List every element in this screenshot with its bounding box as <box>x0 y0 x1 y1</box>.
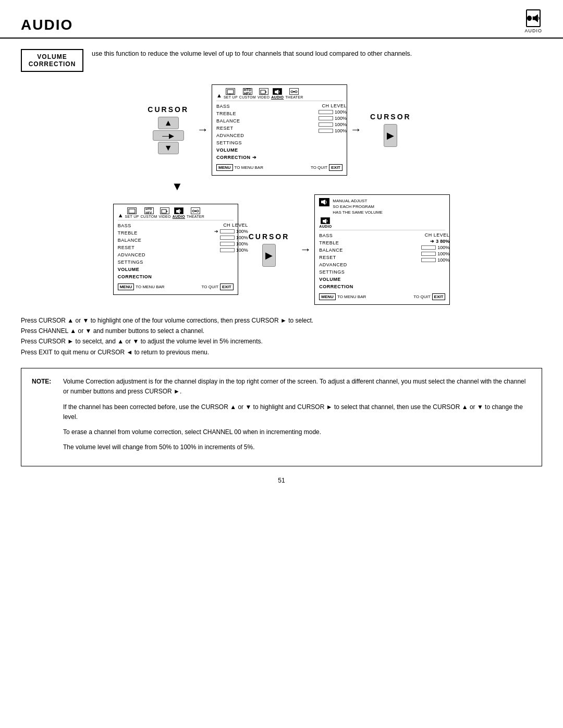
note-para-4: The volume level will change from 50% to… <box>63 442 531 452</box>
header-icon-area: AUDIO <box>524 9 542 33</box>
cursor-right-btn-bottom[interactable]: ▶ <box>262 244 276 267</box>
menu-btn-br[interactable]: MENU <box>319 293 336 300</box>
menu-btn-top[interactable]: MENU <box>216 164 233 171</box>
ico-tv-label: SET UP <box>224 95 238 99</box>
audio-icon <box>526 9 541 27</box>
header: AUDIO AUDIO <box>0 0 563 39</box>
svg-marker-16 <box>178 209 180 214</box>
level-val-4: 100% <box>335 128 347 133</box>
ch-level-row-1: 100% <box>279 109 347 115</box>
menu-volume-br: VOLUME <box>319 276 376 283</box>
ch-level-row-br-3: 100% <box>382 251 449 256</box>
level-bar-br-4 <box>421 258 436 262</box>
level-bar-bl-1 <box>220 229 235 233</box>
menu-advanced-bl: ADVANCED <box>118 252 175 259</box>
level-val-bl-2: 100% <box>236 235 248 240</box>
screen-content-bl: BASS TREBLE BALANCE RESET ADVANCED SETTI… <box>118 223 234 281</box>
ico-tv-label-bl: SET UP <box>125 215 139 218</box>
diagram-area: CURSOR ▲ —▶ ▼ → <box>21 84 542 305</box>
level-val-br-2: 100% <box>437 245 449 250</box>
exit-btn-bl[interactable]: EXIT <box>220 283 234 290</box>
menu-advanced: ADVANCED <box>216 132 274 140</box>
exit-btn-top[interactable]: EXIT <box>329 164 342 171</box>
svg-rect-5 <box>261 90 265 94</box>
ico-theater-label: THEATER <box>285 95 303 99</box>
video-shape-bl <box>160 207 169 214</box>
cursor-label-bottom: CURSOR <box>249 232 290 241</box>
footer-menu-label-br: TO MENU BAR <box>337 294 366 299</box>
tv-shape <box>226 88 235 95</box>
menu-bass-br: BASS <box>319 232 376 240</box>
page: AUDIO AUDIO VOLUME CORRECTION use this f… <box>0 0 563 728</box>
screen-menu-top: BASS TREBLE BALANCE RESET ADVANCED SETTI… <box>216 103 274 162</box>
vc-label-box: VOLUME CORRECTION <box>21 49 83 72</box>
ico-tv: SET UP <box>224 88 238 99</box>
note-row: NOTE: Volume Correction adjustment is fo… <box>32 377 531 397</box>
svg-rect-15 <box>176 210 178 213</box>
ico-custom-label: CUSTOM <box>239 95 256 99</box>
video-shape <box>259 88 268 95</box>
menu-btn-bl[interactable]: MENU <box>118 283 134 290</box>
screen-content-top: BASS TREBLE BALANCE RESET ADVANCED SETTI… <box>216 103 342 162</box>
screen-right-br: CH LEVEL ➔ 3 80% 100% <box>382 232 449 291</box>
ch-level-row-bl-4: 100% <box>180 248 248 253</box>
cursor-down-btn[interactable]: ▼ <box>158 142 179 154</box>
svg-rect-2 <box>227 90 234 94</box>
menu-balance-br: BALANCE <box>319 247 376 254</box>
menu-bass: BASS <box>216 103 274 110</box>
level-bar-br-3 <box>421 252 436 256</box>
top-right-cursor: CURSOR ▶ <box>370 113 411 147</box>
cursor-right-btn[interactable]: ▶ <box>384 124 397 147</box>
ch-level-row-2: 100% <box>279 116 347 121</box>
level-val-br-3: 100% <box>437 251 449 256</box>
manual-adjust-text: MANUAL ADJUST SO EACH PROGRAM HAS THE SA… <box>333 198 382 216</box>
cursor-horiz-btn[interactable]: —▶ <box>153 130 184 141</box>
ico-audio-br: AUDIO <box>319 217 332 228</box>
menu-treble-bl: TREBLE <box>118 230 175 237</box>
menu-correction-br: CORRECTION <box>319 283 376 291</box>
level-val-br-pct: 80% <box>440 239 449 244</box>
vc-label-line1: VOLUME <box>28 53 76 60</box>
screen-right-top: CH LEVEL 100% 100% 100% <box>279 103 347 162</box>
ico-custom-label-bl: CUSTOM <box>141 215 157 218</box>
instruction-1: Press CURSOR ▲ or ▼ to highlight one of … <box>21 315 542 326</box>
level-val-2: 100% <box>335 116 347 121</box>
ico-tv-bl: SET UP <box>125 207 139 218</box>
page-number: 51 <box>21 477 542 484</box>
screen-right-bl: CH LEVEL ➔ 100% 100% <box>180 223 248 281</box>
exit-btn-br[interactable]: EXIT <box>432 293 446 300</box>
screen-icon-row-br: AUDIO <box>319 217 445 230</box>
bottom-right-screen: MANUAL ADJUST SO EACH PROGRAM HAS THE SA… <box>314 194 450 305</box>
ch-level-label-top: CH LEVEL <box>279 103 347 108</box>
ch-level-row-bl-2: 100% <box>180 235 248 240</box>
audio-icon-br <box>319 198 329 206</box>
arrow-to-screen: → <box>197 123 209 137</box>
vc-description: use this function to reduce the volume l… <box>92 49 542 59</box>
footer-exit-label-top: TO QUIT <box>311 165 327 170</box>
cursor-up-btn[interactable]: ▲ <box>158 117 179 129</box>
ch-level-row-br-2: 100% <box>382 245 449 250</box>
theater-shape-bl <box>191 207 200 214</box>
svg-rect-13 <box>162 209 166 213</box>
bottom-center-cursor: CURSOR ▶ <box>249 232 290 267</box>
screen-menu-br: BASS TREBLE BALANCE RESET ADVANCED SETTI… <box>319 232 376 291</box>
ch-level-row-3: 100% <box>279 122 347 127</box>
ch-level-row-4: 100% <box>279 128 347 133</box>
svg-point-10 <box>295 91 297 93</box>
screen-footer-bl: MENU TO MENU BAR TO QUIT EXIT <box>118 283 234 290</box>
ico-custom: HTDHFV CUSTOM <box>239 88 256 99</box>
ico-audio-label-br: AUDIO <box>319 225 332 228</box>
level-val-bl-4: 100% <box>236 248 248 253</box>
ico-audio: AUDIO <box>271 88 284 99</box>
ico-up: ▲ <box>216 92 222 99</box>
footer-exit-label-br: TO QUIT <box>413 294 430 299</box>
note-box: NOTE: Volume Correction adjustment is fo… <box>21 368 542 466</box>
menu-settings: SETTINGS <box>216 140 274 147</box>
menu-reset-br: RESET <box>319 254 376 262</box>
note-para-2: If the channel has been corrected before… <box>63 402 531 422</box>
ico-theater-label-bl: THEATER <box>187 215 204 218</box>
level-bar-2 <box>319 116 333 120</box>
footer-menu-label-bl: TO MENU BAR <box>136 285 164 289</box>
menu-reset: RESET <box>216 125 274 132</box>
svg-marker-8 <box>276 90 278 94</box>
